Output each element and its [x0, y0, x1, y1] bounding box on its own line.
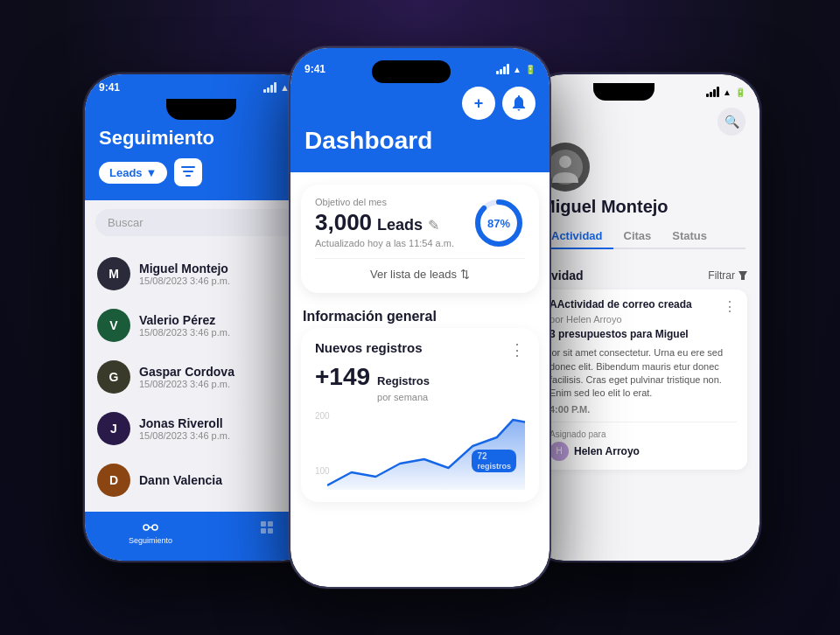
avatar-valerio: V — [97, 309, 130, 342]
tab-citas[interactable]: Citas — [613, 224, 662, 248]
notch-right — [593, 83, 654, 101]
phone-left: 9:41 ▲ 🔋 Seguimiento — [83, 73, 319, 562]
new-records-card: Nuevos registros ⋮ +149 Registros por se… — [301, 328, 539, 502]
nav-seguimiento[interactable]: Seguimiento — [129, 520, 172, 545]
svg-rect-8 — [261, 528, 266, 534]
chart-area: 200 100 72registros — [315, 411, 525, 490]
svg-rect-7 — [268, 521, 273, 527]
filter-icon-button[interactable] — [174, 158, 202, 186]
info-general-title: Información general — [290, 302, 550, 328]
nav-other[interactable] — [260, 520, 274, 545]
new-records-title: Nuevos registros — [315, 340, 423, 355]
notch-left — [166, 99, 236, 120]
view-leads-link[interactable]: Ver lista de leads ⇅ — [315, 258, 525, 281]
phones-container: 9:41 ▲ 🔋 Seguimiento — [0, 0, 840, 635]
phone-right: ▲ 🔋 🔍 Miguel Monte — [525, 73, 761, 562]
tab-actividad[interactable]: Actividad — [541, 224, 613, 249]
goal-card: Objetivo del mes 3,000 Leads ✎ Actualiza… — [301, 185, 539, 293]
assigned-section: Asignado para H Helen Arroyo — [550, 422, 737, 461]
tab-status[interactable]: Status — [662, 224, 718, 248]
goal-updated: Actualizado hoy a las 11:54 a.m. — [315, 238, 454, 248]
filter-label[interactable]: Filtrar — [708, 269, 747, 282]
assigned-avatar: H — [550, 442, 569, 461]
more-options-button[interactable]: ⋮ — [509, 340, 525, 359]
dashboard-title: Dashboard — [304, 127, 536, 155]
activity-more-button[interactable]: ⋮ — [723, 298, 737, 315]
contact-item-valerio[interactable]: V Valerio Pérez 15/08/2023 3:46 p.m. — [85, 300, 318, 352]
contact-item-jonas[interactable]: J Jonas Riveroll 15/08/2023 3:46 p.m. — [85, 403, 318, 455]
left-status-time: 9:41 — [99, 81, 120, 94]
left-header: 9:41 ▲ 🔋 Seguimiento — [85, 74, 318, 200]
activity-body: lor sit amet consectetur. Urna eu ere se… — [550, 346, 737, 401]
svg-point-4 — [152, 525, 158, 530]
svg-rect-2 — [186, 175, 191, 177]
new-records-value: +149 — [315, 363, 370, 391]
progress-text: 87% — [487, 217, 510, 230]
avatar-jonas: J — [97, 412, 130, 445]
search-placeholder: Buscar — [108, 216, 143, 229]
center-header: 9:41 ▲ 🔋 + — [290, 48, 550, 172]
add-button[interactable]: + — [462, 87, 495, 120]
svg-rect-9 — [268, 528, 273, 534]
records-label: Registros — [377, 374, 430, 387]
right-header: 🔍 Miguel Montejo Actividad Citas — [527, 104, 760, 260]
profile-name: Miguel Montejo — [541, 197, 746, 217]
left-page-title: Seguimiento — [99, 127, 304, 150]
svg-rect-6 — [261, 521, 266, 527]
goal-label: Objetivo del mes — [315, 197, 454, 207]
right-status-bar: ▲ 🔋 — [527, 74, 760, 104]
goal-unit: Leads — [377, 216, 423, 234]
records-period: por semana — [377, 392, 428, 402]
svg-rect-0 — [181, 166, 195, 168]
svg-rect-1 — [183, 171, 193, 172]
notification-button[interactable] — [502, 87, 536, 120]
progress-ring: 87% — [472, 197, 525, 249]
avatar-miguel: M — [97, 257, 130, 290]
search-icon-right[interactable]: 🔍 — [718, 108, 746, 136]
assigned-name: Helen Arroyo — [574, 445, 640, 457]
contact-item-gaspar[interactable]: G Gaspar Cordova 15/08/2023 3:46 p.m. — [85, 352, 318, 403]
contact-list: M Miguel Montejo 15/08/2023 3:46 p.m. V … — [85, 245, 318, 510]
svg-point-3 — [144, 525, 149, 530]
phone-center: 9:41 ▲ 🔋 + — [289, 46, 551, 589]
search-bar[interactable]: Buscar — [95, 209, 307, 236]
avatar-dann: D — [97, 464, 130, 497]
activity-time: 4:00 P.M. — [550, 404, 737, 415]
profile-tabs: Actividad Citas Status — [541, 224, 746, 249]
assigned-label: Asignado para — [550, 429, 737, 439]
bottom-nav: Seguimiento — [85, 512, 318, 561]
edit-goal-icon[interactable]: ✎ — [428, 217, 439, 234]
contact-item-dann[interactable]: D Dann Valencia — [85, 455, 318, 506]
contact-item-miguel[interactable]: M Miguel Montejo 15/08/2023 3:46 p.m. — [85, 248, 318, 300]
activity-card-1: AActividad de correo creada por Helen Ar… — [539, 290, 747, 470]
center-status-time: 9:41 — [304, 63, 326, 75]
goal-value: 3,000 — [315, 209, 372, 236]
svg-marker-14 — [738, 271, 747, 280]
activity-section: Aividad Filtrar AActividad de correo cre — [527, 260, 760, 482]
svg-point-13 — [559, 156, 571, 168]
avatar-gaspar: G — [97, 360, 130, 394]
leads-filter-button[interactable]: Leads ▼ — [99, 162, 167, 184]
dynamic-island — [372, 60, 451, 83]
